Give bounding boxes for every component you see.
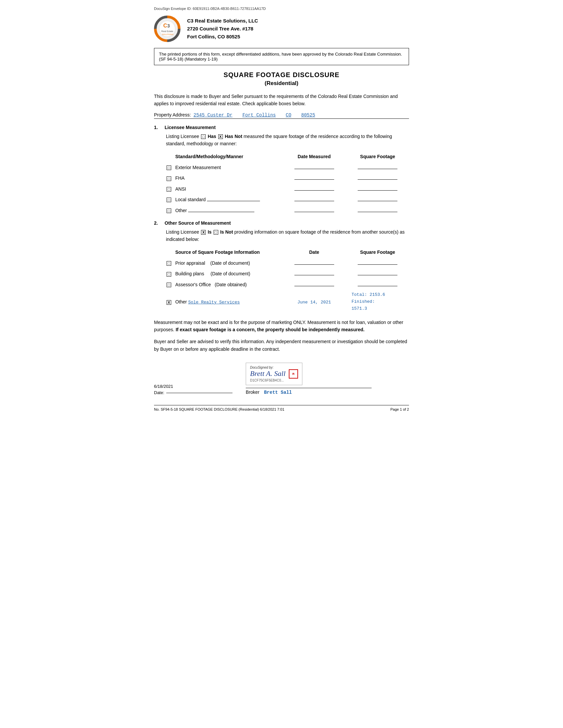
section1-listing-pre: Listing Licensee bbox=[166, 134, 199, 139]
appraisal-checkbox[interactable]: □ bbox=[166, 261, 171, 266]
other1-blank bbox=[188, 207, 254, 212]
warning-text-bold: If exact square footage is a concern, th… bbox=[175, 327, 364, 332]
table-row: X Other Sole Realty Services June 14, 20… bbox=[166, 290, 409, 314]
section1-has-not-checkbox[interactable]: X bbox=[218, 134, 223, 139]
section2-header: 2. Other Source of Measurement bbox=[154, 220, 409, 226]
ansi-checkbox[interactable]: □ bbox=[166, 187, 171, 192]
company-name: C3 Real Estate Solutions, LLC bbox=[187, 17, 258, 25]
svg-text:Real Estate: Real Estate bbox=[161, 30, 173, 32]
company-info: C3 Real Estate Solutions, LLC 2720 Counc… bbox=[187, 17, 258, 41]
section2-is-label: Is bbox=[208, 229, 211, 235]
property-state: CO bbox=[286, 113, 292, 118]
ansi-label: ANSI bbox=[175, 184, 282, 194]
property-city: Fort Collins bbox=[242, 113, 276, 118]
assessor-checkbox[interactable]: □ bbox=[166, 283, 171, 287]
source-header: Source of Square Footage Information bbox=[175, 247, 282, 258]
standard-header: Standard/Methodology/Manner bbox=[175, 152, 282, 162]
plans-date bbox=[295, 271, 334, 275]
section1-num: 1. bbox=[154, 125, 161, 130]
other1-checkbox[interactable]: □ bbox=[166, 208, 171, 213]
section2-is-not-label: Is Not bbox=[220, 229, 233, 235]
exterior-label: Exterior Measurement bbox=[175, 162, 282, 173]
table-row: □ Assessor's Office (Date obtained) bbox=[166, 279, 409, 290]
section2-num: 2. bbox=[154, 220, 161, 226]
date-underline bbox=[166, 393, 232, 393]
section1-has-checkbox[interactable]: □ bbox=[201, 134, 206, 139]
company-address2: Fort Collins, CO 80525 bbox=[187, 33, 258, 41]
sq-footage-header1: Square Footage bbox=[349, 152, 409, 162]
footer-right: Page 1 of 2 bbox=[391, 407, 409, 411]
local-date bbox=[295, 197, 334, 201]
appraisal-date bbox=[295, 260, 334, 265]
local-label: Local standard bbox=[175, 194, 282, 205]
plans-sf bbox=[358, 271, 398, 275]
letterhead: C 3 Real Estate SOLUTIONS C3 Real Estate… bbox=[154, 16, 409, 42]
sig-id: D1CF75C6F5EB4C0... bbox=[250, 379, 286, 382]
intro-text: This disclosure is made to Buyer and Sel… bbox=[154, 93, 409, 108]
section2-is-checkbox[interactable]: X bbox=[201, 230, 206, 235]
table-row: □ FHA bbox=[166, 173, 409, 183]
broker-signature: DocuSigned by: Brett A. Sall D1CF75C6F5E… bbox=[246, 363, 409, 395]
table-row: □ Building plans (Date of document) bbox=[166, 268, 409, 279]
docusign-label: DocuSigned by: bbox=[250, 366, 286, 369]
other1-label: Other bbox=[175, 205, 282, 216]
section2-body: Listing Licensee X Is □ Is Not providing… bbox=[166, 228, 409, 314]
plans-label: Building plans (Date of document) bbox=[175, 268, 282, 279]
table-row: □ Prior appraisal (Date of document) bbox=[166, 258, 409, 268]
sig-underline bbox=[246, 388, 372, 388]
svg-text:3: 3 bbox=[167, 23, 170, 28]
fha-label: FHA bbox=[175, 173, 282, 183]
ansi-date bbox=[295, 186, 334, 191]
ansi-sf bbox=[358, 186, 398, 191]
col-cb2-header bbox=[166, 247, 175, 258]
footer-left: No. SF94-5-18 SQUARE FOOTAGE DISCLOSURE … bbox=[154, 407, 285, 411]
broker-label-row: Broker Brett Sall bbox=[246, 389, 409, 395]
date-label: Date: bbox=[154, 390, 164, 395]
section2-listing-pre: Listing Licensee bbox=[166, 229, 199, 235]
section1-title: Licensee Measurement bbox=[164, 125, 215, 130]
section1-listing-post: measured the square footage of the resid… bbox=[166, 134, 392, 146]
property-zip: 80525 bbox=[302, 113, 315, 118]
property-address-row: Property Address: 2545 Custer Dr Fort Co… bbox=[154, 112, 409, 119]
other2-sf3: 1571.3 bbox=[352, 305, 406, 312]
source-table: Source of Square Footage Information Dat… bbox=[166, 247, 409, 314]
local-blank bbox=[207, 197, 260, 201]
other1-date bbox=[295, 207, 334, 212]
table-row: □ Local standard bbox=[166, 194, 409, 205]
fha-date bbox=[295, 175, 334, 180]
appraisal-label: Prior appraisal (Date of document) bbox=[175, 258, 282, 268]
other2-sf1: Total: 2153.6 bbox=[352, 292, 406, 298]
plans-checkbox[interactable]: □ bbox=[166, 272, 171, 277]
other1-sf bbox=[358, 207, 398, 212]
property-label: Property Address: bbox=[154, 112, 191, 117]
table-row: □ ANSI bbox=[166, 184, 409, 194]
other2-checkbox[interactable]: X bbox=[166, 300, 171, 305]
other2-date: June 14, 2021 bbox=[298, 300, 331, 305]
section1-has-not-label: Has Not bbox=[225, 134, 242, 139]
realtor-icon: R bbox=[289, 369, 298, 379]
assessor-date bbox=[295, 282, 334, 286]
date-signature: 6/18/2021 Date: bbox=[154, 384, 232, 395]
property-address: 2545 Custer Dr bbox=[193, 113, 232, 118]
svg-text:SOLUTIONS: SOLUTIONS bbox=[162, 33, 173, 35]
exterior-checkbox[interactable]: □ bbox=[166, 165, 171, 170]
table-row: □ Exterior Measurement bbox=[166, 162, 409, 173]
docusign-box: DocuSigned by: Brett A. Sall D1CF75C6F5E… bbox=[246, 363, 303, 385]
footer: No. SF94-5-18 SQUARE FOOTAGE DISCLOSURE … bbox=[154, 405, 409, 411]
sig-image: Brett A. Sall bbox=[250, 369, 286, 378]
date-header2: Date bbox=[282, 247, 349, 258]
doc-subtitle: (Residential) bbox=[154, 80, 409, 87]
company-address1: 2720 Council Tree Ave. #178 bbox=[187, 25, 258, 33]
fha-checkbox[interactable]: □ bbox=[166, 176, 171, 181]
local-checkbox[interactable]: □ bbox=[166, 198, 171, 202]
date-value: 6/18/2021 bbox=[154, 384, 232, 389]
section2-is-not-checkbox[interactable]: □ bbox=[213, 230, 218, 235]
other2-sf2: Finished: bbox=[352, 298, 406, 305]
section1-has-label: Has bbox=[208, 134, 216, 139]
company-logo: C 3 Real Estate SOLUTIONS bbox=[154, 16, 180, 42]
other2-value: Sole Realty Services bbox=[188, 300, 240, 305]
approval-box: The printed portions of this form, excep… bbox=[154, 48, 409, 65]
table-row: □ Other bbox=[166, 205, 409, 216]
exterior-date bbox=[295, 164, 334, 169]
docusign-header: DocuSign Envelope ID: 60E91911-0B2A-4B30… bbox=[154, 7, 409, 11]
